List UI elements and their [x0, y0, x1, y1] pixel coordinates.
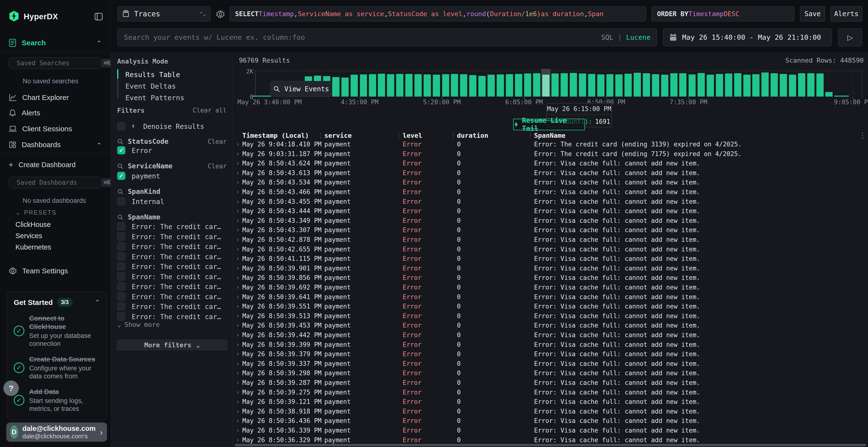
table-row[interactable]: ›May 26 8:50:39.399 PMpaymentError0Error…	[233, 340, 868, 349]
histogram-bar[interactable]	[771, 73, 778, 97]
table-row[interactable]: ›May 26 8:50:39.856 PMpaymentError0Error…	[233, 273, 868, 282]
spanname-option[interactable]: Error: The credit card …	[111, 232, 233, 243]
search-icon[interactable]	[117, 163, 123, 169]
row-expand-icon[interactable]: ›	[236, 368, 240, 378]
table-row[interactable]: ›May 26 9:03:31.187 PMpaymentError0Error…	[233, 149, 868, 159]
get-started-item[interactable]: ✓Add DataStart sending logs, metrics, or…	[14, 387, 100, 413]
histogram-bar[interactable]	[698, 73, 705, 97]
histogram-bar[interactable]	[816, 73, 824, 97]
row-expand-icon[interactable]: ›	[236, 264, 240, 273]
table-row[interactable]: ›May 26 8:50:36.329 PMpaymentError0Error…	[233, 435, 868, 445]
row-expand-icon[interactable]: ›	[236, 302, 240, 311]
saved-dashboards-search[interactable]: ⌘K	[8, 177, 103, 188]
row-expand-icon[interactable]: ›	[236, 292, 240, 302]
spanname-option-checkbox[interactable]	[117, 282, 125, 290]
alerts-button[interactable]: Alerts	[830, 6, 862, 22]
histogram-bar[interactable]	[515, 74, 522, 97]
spanname-option[interactable]: Error: The credit card …	[111, 302, 233, 312]
servicename-payment-checkbox[interactable]: ✓	[117, 172, 125, 180]
row-expand-icon[interactable]: ›	[236, 425, 240, 435]
histogram-bar[interactable]	[597, 74, 604, 97]
row-expand-icon[interactable]: ›	[236, 407, 240, 416]
order-by-input[interactable]: ORDER BY Timestamp DESC	[651, 6, 795, 22]
table-row[interactable]: ›May 26 8:50:43.444 PMpaymentError0Error…	[233, 206, 868, 216]
get-started-item[interactable]: ✓Connect to ClickHouseSet up your databa…	[14, 314, 100, 348]
table-row[interactable]: ›May 26 8:50:39.379 PMpaymentError0Error…	[233, 349, 868, 359]
language-toggle-lucene[interactable]: Lucene	[626, 33, 651, 41]
table-row[interactable]: ›May 26 9:04:18.410 PMpaymentError0Error…	[233, 139, 868, 149]
spanname-option-checkbox[interactable]	[117, 252, 125, 261]
help-button[interactable]: ?	[3, 381, 19, 396]
row-expand-icon[interactable]: ›	[236, 159, 240, 168]
row-expand-icon[interactable]: ›	[236, 206, 240, 216]
histogram-bar[interactable]	[615, 74, 623, 97]
table-row[interactable]: ›May 26 8:50:42.878 PMpaymentError0Error…	[233, 235, 868, 244]
dashboards-chevron-up-icon[interactable]: ⌃	[96, 142, 102, 149]
histogram-bar[interactable]	[378, 74, 385, 97]
row-expand-icon[interactable]: ›	[236, 416, 240, 425]
histogram-bar[interactable]	[725, 73, 732, 97]
row-expand-icon[interactable]: ›	[236, 225, 240, 235]
row-expand-icon[interactable]: ›	[236, 197, 240, 206]
table-row[interactable]: ›May 26 8:50:43.466 PMpaymentError0Error…	[233, 187, 868, 197]
histogram-bar[interactable]	[688, 74, 695, 97]
spanname-option-checkbox[interactable]	[117, 293, 125, 301]
table-row[interactable]: ›May 26 8:50:39.337 PMpaymentError0Error…	[233, 359, 868, 369]
mode-results-table[interactable]: Results Table	[125, 71, 180, 79]
sidebar-item-search[interactable]: Search	[9, 38, 46, 47]
row-expand-icon[interactable]: ›	[236, 235, 240, 244]
search-bar[interactable]: SQL | Lucene	[117, 28, 657, 46]
sidebar-item-alerts[interactable]: Alerts	[9, 109, 40, 117]
histogram-bar[interactable]	[405, 74, 412, 97]
histogram-bar[interactable]	[414, 74, 422, 97]
histogram-bar[interactable]	[350, 75, 358, 97]
clear-servicename-link[interactable]: Clear	[208, 163, 227, 170]
histogram-bar[interactable]	[341, 77, 349, 97]
live-tail-play-button[interactable]: ▷	[838, 28, 862, 46]
row-expand-icon[interactable]: ›	[236, 254, 240, 264]
sidebar-item-client-sessions[interactable]: Client Sessions	[9, 125, 72, 133]
table-row[interactable]: ›May 26 8:50:39.442 PMpaymentError0Error…	[233, 330, 868, 340]
search-input[interactable]	[124, 33, 601, 41]
statuscode-error-checkbox[interactable]: ✓	[117, 146, 125, 154]
table-row[interactable]: ›May 26 8:50:39.275 PMpaymentError0Error…	[233, 387, 868, 397]
table-row[interactable]: ›May 26 8:50:42.655 PMpaymentError0Error…	[233, 244, 868, 254]
histogram-bar[interactable]	[396, 74, 403, 97]
row-expand-icon[interactable]: ›	[236, 397, 240, 407]
histogram-bar[interactable]	[469, 75, 476, 97]
histogram-bar[interactable]	[752, 74, 760, 97]
table-row[interactable]: ›May 26 8:50:39.513 PMpaymentError0Error…	[233, 311, 868, 321]
source-select[interactable]: Traces ⌃⌄	[117, 6, 211, 22]
table-row[interactable]: ›May 26 8:50:43.349 PMpaymentError0Error…	[233, 216, 868, 226]
get-started-chevron-up-icon[interactable]: ⌃	[95, 299, 100, 306]
histogram-bar[interactable]	[807, 73, 814, 97]
sidebar-item-team-settings[interactable]: Team Settings	[9, 267, 68, 275]
histogram-bar[interactable]	[762, 72, 769, 97]
row-expand-icon[interactable]: ›	[236, 273, 240, 282]
histogram-bar[interactable]	[551, 73, 559, 97]
table-row[interactable]: ›May 26 8:50:39.692 PMpaymentError0Error…	[233, 282, 868, 292]
histogram-bar[interactable]	[743, 75, 751, 97]
preset-kubernetes[interactable]: Kubernetes	[16, 243, 51, 251]
sidebar-item-chart-explorer[interactable]: Chart Explorer	[9, 94, 69, 102]
row-expand-icon[interactable]: ›	[236, 330, 240, 340]
search-icon[interactable]	[117, 188, 123, 195]
histogram-bar[interactable]	[424, 74, 431, 97]
resume-live-tail-button[interactable]: Resume Live Tail	[513, 119, 585, 130]
histogram-bar[interactable]	[451, 74, 458, 97]
show-more-link[interactable]: ⌄ Show more	[117, 321, 160, 328]
row-expand-icon[interactable]: ›	[236, 216, 240, 226]
mode-event-patterns[interactable]: Event Patterns	[125, 94, 184, 102]
table-row[interactable]: ›May 26 8:50:43.624 PMpaymentError0Error…	[233, 159, 868, 168]
histogram-bar[interactable]	[652, 74, 659, 97]
create-dashboard-button[interactable]: + Create Dashboard	[9, 161, 76, 169]
spanname-option-checkbox[interactable]	[117, 302, 125, 310]
histogram-bar[interactable]	[369, 74, 376, 97]
date-range-picker[interactable]: May 26 15:40:00 - May 26 21:10:00	[663, 28, 832, 46]
clear-all-link[interactable]: Clear all	[193, 107, 227, 114]
spankind-internal-label[interactable]: Internal	[132, 198, 164, 206]
table-row[interactable]: ›May 26 8:50:39.453 PMpaymentError0Error…	[233, 320, 868, 330]
table-row[interactable]: ›May 26 8:50:39.121 PMpaymentError0Error…	[233, 397, 868, 407]
spanname-option-checkbox[interactable]	[117, 242, 125, 250]
spanname-option[interactable]: Error: The credit card …	[111, 242, 233, 252]
